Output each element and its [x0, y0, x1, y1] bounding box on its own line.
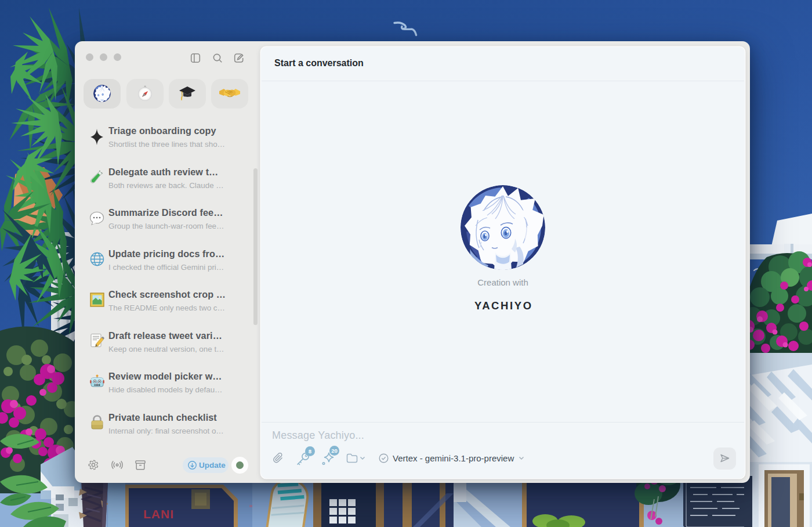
svg-text:LANI: LANI	[143, 507, 174, 521]
